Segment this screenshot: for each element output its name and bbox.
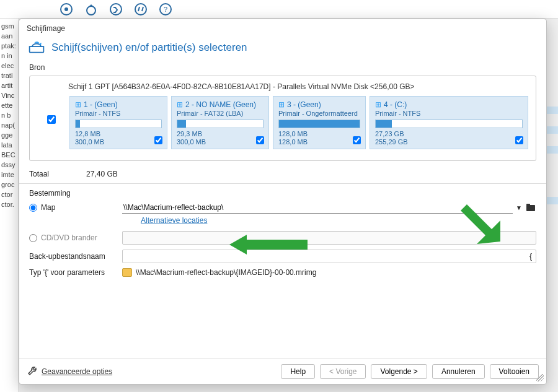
partition-checkbox[interactable] xyxy=(353,136,361,144)
partition-used: 27,23 GB xyxy=(375,130,523,138)
resize-grip[interactable] xyxy=(536,374,544,381)
help-button[interactable]: Help xyxy=(281,364,315,379)
finish-button[interactable]: Voltooien xyxy=(490,364,539,379)
advanced-options-link[interactable]: Geavanceerde opties xyxy=(42,367,112,376)
bg-toolbar-btn[interactable] xyxy=(81,1,102,17)
partition-usage-bar xyxy=(278,120,360,128)
partition-title: 2 - NO NAME (Geen) xyxy=(185,100,256,109)
folder-icon xyxy=(122,268,132,277)
browse-folder-icon[interactable] xyxy=(525,203,536,212)
alternative-locations-link[interactable]: Alternatieve locaties xyxy=(122,216,207,229)
partition-usage-bar xyxy=(75,120,162,128)
partition-checkbox[interactable] xyxy=(154,136,162,144)
partition-total: 300,0 MB xyxy=(75,138,162,146)
svg-point-4 xyxy=(135,4,146,15)
resolved-path-preview: \\Mac\Macrium-reflect-backup\{IMAGEID}-0… xyxy=(136,268,316,277)
windows-flag-icon: ⊞ xyxy=(75,100,81,109)
destination-folder-radio-label: Map xyxy=(41,203,55,212)
path-dropdown-caret[interactable]: ▼ xyxy=(514,204,524,211)
destination-path-input[interactable] xyxy=(122,201,513,214)
dialog-header: Schijf(schijven) en/of partitie(s) selec… xyxy=(19,38,546,62)
windows-flag-icon: ⊞ xyxy=(278,100,285,109)
partition-checkbox[interactable] xyxy=(256,136,264,144)
source-section-label: Bron xyxy=(19,62,546,73)
partition-total: 300,0 MB xyxy=(177,138,264,146)
partition-total: 255,29 GB xyxy=(375,138,523,146)
background-toolbar: ? xyxy=(0,0,558,19)
total-label: Totaal xyxy=(29,170,49,178)
disk-header-line: Schijf 1 GPT [A564B3A2-6E0A-4F0D-82CA-8B… xyxy=(37,82,528,96)
partition-usage-bar xyxy=(177,120,264,128)
partition-subtitle: Primair - NTFS xyxy=(375,110,523,117)
destination-cd-radio[interactable] xyxy=(29,234,37,242)
dialog-footer: Geavanceerde opties Help < Vorige Volgen… xyxy=(19,359,546,384)
partition-card[interactable]: ⊞2 - NO NAME (Geen)Primair - FAT32 (LBA)… xyxy=(171,96,269,149)
dialog-title: Schijfimage xyxy=(19,19,546,38)
partition-checkbox[interactable] xyxy=(515,136,523,144)
windows-flag-icon: ⊞ xyxy=(375,100,381,109)
partition-subtitle: Primair - NTFS xyxy=(75,110,162,117)
backup-filename-input[interactable] xyxy=(122,250,536,263)
backup-filename-label: Back-upbestandsnaam xyxy=(29,252,122,261)
bg-toolbar-btn[interactable] xyxy=(130,1,151,17)
disk-image-dialog: Schijfimage Schijf(schijven) en/of parti… xyxy=(19,19,547,385)
partition-card[interactable]: ⊞1 - (Geen)Primair - NTFS12,8 MB300,0 MB xyxy=(69,96,167,149)
partition-subtitle: Primair - Ongeformatteerd xyxy=(278,110,360,117)
svg-text:?: ? xyxy=(164,6,167,13)
windows-flag-icon: ⊞ xyxy=(177,100,183,109)
bg-toolbar-btn[interactable] xyxy=(105,1,126,17)
total-value: 27,40 GB xyxy=(86,170,118,178)
next-button[interactable]: Volgende > xyxy=(371,364,427,379)
destination-cd-radio-label: CD/DVD brander xyxy=(41,233,97,242)
partition-title: 3 - (Geen) xyxy=(287,100,321,109)
background-left-text: gsmaanptak:n inelectratiartitVincetten b… xyxy=(0,19,19,392)
source-box: Schijf 1 GPT [A564B3A2-6E0A-4F0D-82CA-8B… xyxy=(29,76,536,161)
dialog-heading: Schijf(schijven) en/of partitie(s) selec… xyxy=(51,41,247,54)
previous-button[interactable]: < Vorige xyxy=(320,364,366,379)
partition-total: 128,0 MB xyxy=(278,138,360,146)
destination-label: Bestemming xyxy=(29,188,536,199)
partition-used: 12,8 MB xyxy=(75,130,162,138)
partition-used: 128,0 MB xyxy=(278,130,360,138)
background-strips xyxy=(546,107,558,217)
svg-rect-7 xyxy=(526,205,535,211)
bg-toolbar-btn[interactable]: ? xyxy=(155,1,176,17)
partition-card[interactable]: ⊞4 - (C:)Primair - NTFS27,23 GB255,29 GB xyxy=(370,96,528,149)
partition-list: ⊞1 - (Geen)Primair - NTFS12,8 MB300,0 MB… xyxy=(69,96,528,149)
svg-point-1 xyxy=(64,7,68,11)
disk-image-icon xyxy=(28,39,45,56)
svg-point-2 xyxy=(87,6,95,15)
partition-subtitle: Primair - FAT32 (LBA) xyxy=(177,110,264,117)
svg-rect-8 xyxy=(526,204,530,206)
wrench-icon xyxy=(27,365,38,378)
cd-drive-select[interactable] xyxy=(122,231,536,245)
cancel-button[interactable]: Annuleren xyxy=(432,364,485,379)
destination-folder-radio[interactable] xyxy=(29,204,37,212)
total-row: Totaal 27,40 GB xyxy=(19,165,546,182)
parameter-hint-label: Typ '{' voor parameters xyxy=(29,268,122,277)
partition-title: 4 - (C:) xyxy=(384,100,407,109)
partition-title: 1 - (Geen) xyxy=(84,100,118,109)
partition-used: 29,3 MB xyxy=(177,130,264,138)
partition-usage-bar xyxy=(375,120,523,128)
partition-card[interactable]: ⊞3 - (Geen)Primair - Ongeformatteerd128,… xyxy=(273,96,366,149)
disk-select-checkbox[interactable] xyxy=(47,115,56,124)
destination-section: Bestemming Map ▼ Alternatieve locaties C… xyxy=(19,188,546,279)
bg-toolbar-btn[interactable] xyxy=(56,1,77,17)
